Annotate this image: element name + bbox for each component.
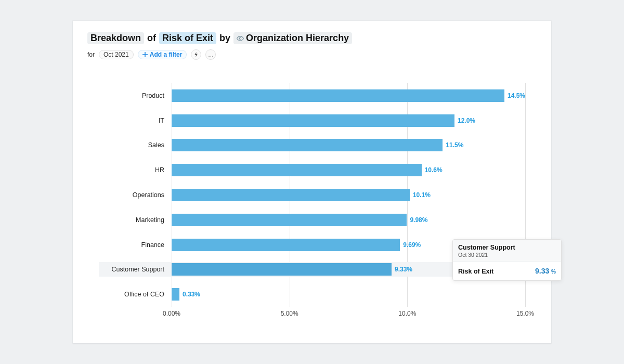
category-label: HR: [101, 166, 168, 174]
category-label: Finance: [101, 241, 168, 249]
bar-wrap: 10.1%: [172, 189, 525, 201]
dimension-label: Organization Hierarchy: [246, 33, 349, 44]
add-filter-button[interactable]: Add a filter: [138, 50, 187, 59]
bar-row[interactable]: Marketing9.98%: [99, 213, 536, 227]
value-label: 11.5%: [446, 141, 463, 149]
bar-wrap: 9.98%: [172, 214, 525, 226]
category-label: Product: [101, 92, 168, 99]
bar[interactable]: [172, 139, 443, 151]
value-label: 12.0%: [458, 117, 475, 124]
bar-row[interactable]: Product14.5%: [99, 88, 536, 103]
value-label: 9.33%: [395, 266, 412, 273]
value-label: 10.6%: [425, 166, 443, 174]
category-label: Customer Support: [101, 266, 168, 273]
x-axis-tick: 10.0%: [398, 310, 416, 317]
period-pill[interactable]: Oct 2021: [99, 50, 134, 59]
tooltip-body: Risk of Exit9.33 %: [453, 262, 561, 280]
bar[interactable]: [172, 263, 392, 276]
dimension-token[interactable]: Organization Hierarchy: [233, 32, 352, 44]
chart-card: Breakdown of Risk of Exit by Organizatio…: [73, 21, 551, 343]
x-axis-tick: 5.00%: [281, 310, 298, 317]
category-label: Sales: [101, 141, 168, 149]
x-axis-tick: 15.0%: [516, 310, 534, 317]
bar-wrap: 14.5%: [172, 89, 525, 102]
eye-icon: [237, 35, 244, 42]
bar-row[interactable]: Sales11.5%: [99, 138, 536, 152]
bolt-icon: [193, 52, 199, 57]
category-label: Office of CEO: [101, 291, 168, 298]
value-label: 14.5%: [508, 92, 525, 99]
bar[interactable]: [172, 164, 422, 176]
tooltip-header: Customer SupportOct 30 2021: [453, 240, 561, 262]
value-label: 10.1%: [413, 191, 431, 199]
tooltip-date: Oct 30 2021: [458, 252, 556, 258]
bar[interactable]: [172, 239, 400, 251]
bar-chart: 0.00%5.00%10.0%15.0%Product14.5%IT12.0%S…: [99, 83, 536, 328]
tooltip-value: 9.33: [535, 267, 549, 275]
bar-wrap: 12.0%: [172, 114, 525, 127]
bar-wrap: 11.5%: [172, 139, 525, 151]
tooltip-title: Customer Support: [458, 244, 556, 251]
bar[interactable]: [172, 89, 504, 102]
filter-row: for Oct 2021 Add a filter: [87, 49, 537, 60]
tooltip-metric: Risk of Exit: [458, 268, 493, 275]
value-label: 0.33%: [183, 291, 200, 298]
bar-row[interactable]: HR10.6%: [99, 163, 536, 177]
by-word: by: [219, 33, 230, 44]
x-axis-tick: 0.00%: [163, 310, 180, 317]
for-word: for: [87, 51, 95, 58]
of-word: of: [147, 33, 156, 44]
chart-title: Breakdown of Risk of Exit by Organizatio…: [87, 32, 537, 44]
bar[interactable]: [172, 114, 454, 127]
value-label: 9.98%: [410, 216, 427, 224]
category-label: Marketing: [101, 216, 168, 224]
bar-row[interactable]: Office of CEO0.33%: [99, 287, 536, 302]
quick-action-button[interactable]: [191, 49, 201, 60]
svg-point-0: [239, 37, 241, 40]
tooltip-unit: %: [550, 269, 556, 275]
more-button[interactable]: [205, 49, 216, 60]
bar[interactable]: [172, 288, 179, 301]
metric-token[interactable]: Risk of Exit: [159, 32, 216, 44]
category-label: Operations: [101, 191, 168, 199]
category-label: IT: [101, 117, 168, 124]
bar[interactable]: [172, 214, 407, 226]
bar-wrap: 0.33%: [172, 288, 525, 301]
tooltip: Customer SupportOct 30 2021Risk of Exit9…: [452, 239, 562, 281]
bar[interactable]: [172, 189, 410, 201]
breakdown-token[interactable]: Breakdown: [87, 32, 144, 44]
bar-row[interactable]: Operations10.1%: [99, 188, 536, 202]
plus-icon: [142, 52, 148, 57]
value-label: 9.69%: [403, 241, 421, 249]
bar-wrap: 10.6%: [172, 164, 525, 176]
bar-row[interactable]: IT12.0%: [99, 113, 536, 128]
add-filter-label: Add a filter: [150, 51, 183, 58]
